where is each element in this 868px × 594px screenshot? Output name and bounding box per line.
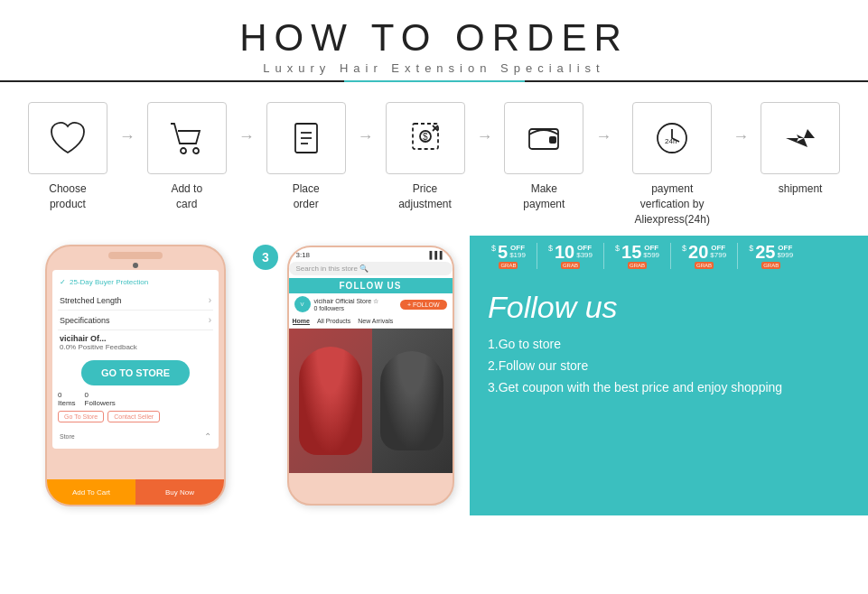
arrow-4: → — [474, 127, 494, 146]
phone2-signal: ▌▌▌ — [429, 251, 444, 259]
phone-notch-1 — [108, 252, 163, 259]
phone2-search-bar[interactable]: Search in this store 🔍 — [289, 262, 453, 275]
phone-left-container: ✓ 25-Day Buyer Protection Stretched Leng… — [0, 236, 253, 515]
clock-check-icon: 24h — [650, 116, 694, 160]
coupon-amount: 15 — [621, 243, 641, 261]
phone2-store-row: V vicihair Official Store ☆ 0 followers … — [289, 293, 453, 315]
nav-all-products[interactable]: All Products — [317, 318, 350, 325]
coupon-threshold: $799 — [710, 252, 726, 259]
svg-text:$: $ — [423, 132, 428, 142]
document-icon — [285, 116, 328, 160]
go-to-store-btn[interactable]: GO TO STORE — [81, 360, 190, 385]
shipment-label: shipment — [779, 181, 823, 197]
store-icon-label: Store — [60, 433, 75, 440]
svg-point-0 — [181, 148, 186, 153]
contact-seller-btn[interactable]: Contact Seller — [107, 411, 160, 422]
phone2-store-name: vicihair Official Store ☆ — [314, 298, 379, 305]
airplane-icon — [779, 116, 822, 160]
store-stats: 0 Items 0 Followers — [58, 391, 213, 407]
go-to-store-small-btn[interactable]: Go To Store — [58, 411, 104, 422]
make-payment-icon-box — [504, 102, 583, 174]
phone2-nav: Home All Products New Arrivals — [289, 315, 453, 329]
coupon-item: $ 5 OFF $199 GRAB — [481, 243, 537, 270]
phone2-product-images — [289, 329, 453, 473]
page-header: HOW TO ORDER Luxury Hair Extension Speci… — [0, 0, 868, 82]
step-choose-product: Chooseproduct — [18, 102, 117, 212]
step-shipment: shipment — [751, 102, 850, 197]
price-adjustment-label: Priceadjustment — [398, 181, 452, 212]
follow-step-item: 1.Go to store — [488, 334, 850, 356]
bottom-section: ✓ 25-Day Buyer Protection Stretched Leng… — [0, 236, 868, 515]
phone-mockup-2: 3:18 ▌▌▌ Search in this store 🔍 FOLLOW U… — [287, 246, 454, 506]
stretched-length-label: Stretched Length — [60, 296, 122, 305]
phone-right-container: 3 3:18 ▌▌▌ Search in this store 🔍 FOLLOW… — [253, 236, 470, 515]
price-adjustment-icon-box: $ — [386, 102, 465, 174]
follow-us-title: Follow us — [488, 290, 850, 325]
page-subtitle: Luxury Hair Extension Specialist — [0, 61, 868, 75]
arrow-6: → — [731, 127, 751, 146]
follow-us-banner: FOLLOW US — [289, 278, 453, 293]
add-to-card-icon-box — [147, 102, 227, 174]
follow-button[interactable]: + FOLLOW — [400, 300, 447, 310]
coupon-grab-badge[interactable]: GRAB — [761, 262, 780, 270]
protection-text: 25-Day Buyer Protection — [70, 278, 148, 286]
coupon-threshold: $399 — [576, 252, 593, 259]
coupon-amount: 5 — [498, 243, 508, 261]
step-price-adjustment: $ Priceadjustment — [376, 102, 475, 212]
buy-now-btn[interactable]: Buy Now — [135, 479, 224, 505]
right-panel: $ 5 OFF $199 GRAB $ 10 OFF $399 GRAB $ 1… — [470, 236, 868, 515]
coupon-item: $ 15 OFF $599 GRAB — [604, 243, 671, 270]
header-accent-line — [344, 80, 525, 82]
place-order-label: Placeorder — [293, 181, 320, 212]
place-order-icon-box — [266, 102, 346, 174]
coupon-strip: $ 5 OFF $199 GRAB $ 10 OFF $399 GRAB $ 1… — [470, 236, 868, 275]
arrow-5: → — [593, 127, 613, 146]
coupon-grab-badge[interactable]: GRAB — [695, 262, 714, 270]
phone2-time: 3:18 — [296, 251, 311, 259]
arrow-1: → — [117, 127, 137, 146]
choose-product-icon-box — [28, 102, 107, 174]
arrow-3: → — [356, 127, 376, 146]
nav-home[interactable]: Home — [293, 318, 310, 325]
specifications-label: Specifications — [60, 316, 110, 325]
dark-wig-image — [380, 351, 443, 450]
follow-step-item: 3.Get coupon with the best price and enj… — [488, 377, 850, 399]
coupon-item: $ 10 OFF $399 GRAB — [537, 243, 604, 270]
coupon-amount: 25 — [755, 243, 775, 261]
coupon-grab-badge[interactable]: GRAB — [499, 262, 518, 270]
coupon-grab-badge[interactable]: GRAB — [561, 262, 580, 270]
phone-camera-1 — [133, 263, 138, 268]
coupon-dollar: $ — [615, 245, 620, 254]
coupon-threshold: $199 — [509, 252, 526, 259]
phone2-store-info: V vicihair Official Store ☆ 0 followers — [294, 296, 379, 312]
follow-us-steps: 1.Go to store2.Follow our store3.Get cou… — [488, 334, 850, 398]
phone2-image-right — [372, 329, 453, 473]
coupon-dollar: $ — [749, 245, 753, 254]
arrow-2: → — [237, 127, 257, 146]
stretched-length-row: Stretched Length › — [58, 291, 213, 311]
price-tag-icon: $ — [404, 116, 447, 160]
nav-new-arrivals[interactable]: New Arrivals — [358, 318, 393, 325]
phone-bottom-bar-1: Add To Cart Buy Now — [47, 479, 224, 505]
coupon-threshold: $999 — [777, 252, 793, 259]
search-placeholder: Search in this store — [296, 265, 358, 273]
step-add-to-card: Add tocard — [137, 102, 237, 212]
coupon-grab-badge[interactable]: GRAB — [628, 262, 647, 270]
specifications-row: Specifications › — [58, 311, 213, 330]
add-to-cart-btn[interactable]: Add To Cart — [47, 479, 135, 505]
heart-icon — [46, 116, 89, 160]
step-make-payment: Makepayment — [494, 102, 593, 212]
svg-point-1 — [193, 148, 199, 153]
coupon-dollar: $ — [682, 245, 686, 254]
cart-icon — [165, 116, 209, 160]
phone-buttons: Go To Store Contact Seller — [58, 411, 213, 422]
store-name-1: vicihair Of... — [60, 334, 211, 343]
svg-text:24h: 24h — [665, 137, 677, 145]
feedback-1: 0.0% Positive Feedback — [60, 343, 211, 351]
coupon-item: $ 20 OFF $799 GRAB — [671, 243, 738, 270]
phone-screen-1: ✓ 25-Day Buyer Protection Stretched Leng… — [52, 270, 219, 449]
protection-row: ✓ 25-Day Buyer Protection — [58, 275, 213, 291]
store-info-1: vicihair Of... 0.0% Positive Feedback — [58, 330, 213, 355]
coupon-amount: 10 — [555, 243, 574, 261]
add-to-card-label: Add tocard — [171, 181, 202, 212]
